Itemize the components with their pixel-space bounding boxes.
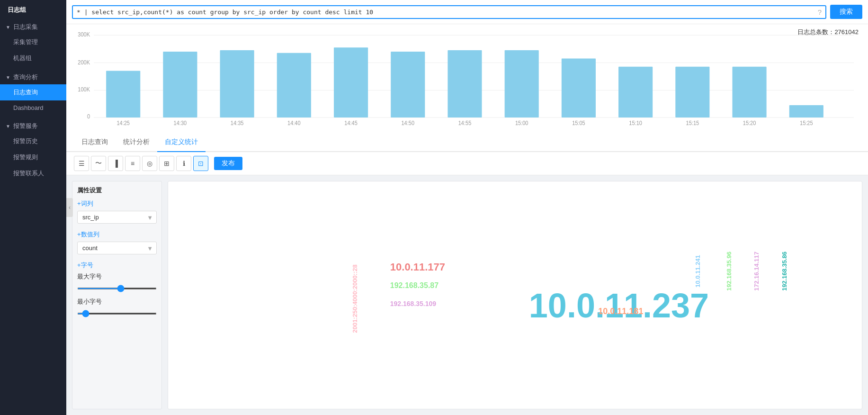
sidebar-item-collection-mgmt[interactable]: 采集管理 [0, 34, 66, 50]
svg-text:14:30: 14:30 [174, 120, 187, 126]
svg-text:100K: 100K [78, 87, 90, 93]
max-font-slider-wrap: 最大字号 [77, 272, 157, 291]
num-section-label[interactable]: +数值列 [77, 230, 157, 239]
wordcloud-word: 192.168.35.96 [725, 252, 733, 291]
sidebar-collapse-btn[interactable]: ‹ [66, 198, 73, 217]
sidebar-group-collection-label[interactable]: ▼ 日志采集 [0, 18, 66, 34]
svg-text:15:20: 15:20 [743, 120, 756, 126]
arrow-icon-alert: ▼ [6, 124, 10, 129]
toolbar: ☰ 〜 ▐ ≡ ◎ ⊞ ℹ ⊡ 发布 [66, 152, 868, 175]
svg-rect-32 [789, 105, 823, 117]
svg-text:15:25: 15:25 [800, 120, 813, 126]
svg-rect-12 [220, 50, 254, 117]
tab-stat-analysis[interactable]: 统计分析 [116, 133, 157, 152]
wordcloud-word: 10.0.11.177 [390, 261, 445, 273]
tool-bar-btn[interactable]: ▐ [108, 156, 123, 171]
search-input[interactable] [77, 9, 816, 16]
svg-text:200K: 200K [78, 59, 90, 65]
col-select[interactable]: src_ip [77, 211, 157, 224]
sidebar-group-query-label[interactable]: ▼ 查询分析 [0, 68, 66, 84]
sidebar-group-alert-label[interactable]: ▼ 报警服务 [0, 117, 66, 133]
collapse-icon: ‹ [69, 204, 71, 211]
tool-info-btn[interactable]: ℹ [176, 156, 191, 171]
sidebar-group-alert-text: 报警服务 [13, 122, 38, 130]
min-font-label: 最小字号 [77, 298, 157, 306]
wordcloud-word: 192.168.35.87 [390, 281, 438, 290]
wordcloud-word: 192.168.35.109 [390, 300, 436, 307]
svg-text:15:10: 15:10 [629, 120, 642, 126]
tool-scatter-btn[interactable]: ⊞ [159, 156, 174, 171]
svg-text:14:25: 14:25 [116, 120, 130, 126]
properties-panel: 属性设置 +词列 src_ip ▼ +数值列 count ▼ +字号 最大字号 [72, 181, 162, 409]
svg-text:14:45: 14:45 [344, 120, 358, 126]
svg-rect-16 [334, 47, 368, 117]
char-section-label[interactable]: +字号 [77, 261, 157, 270]
arrow-icon-query: ▼ [6, 75, 10, 80]
bar-chart: 300K 200K 100K 0 14:2514:3014:3514:4014:… [76, 29, 859, 133]
sidebar-item-log-query[interactable]: 日志查询 [0, 84, 66, 100]
svg-text:14:50: 14:50 [401, 120, 414, 126]
search-button[interactable]: 搜索 [830, 5, 862, 19]
col-select-wrap: src_ip ▼ [77, 211, 157, 224]
svg-text:14:35: 14:35 [231, 120, 244, 126]
tab-custom-stat[interactable]: 自定义统计 [157, 133, 206, 152]
sidebar: 日志组 ▼ 日志采集 采集管理 机器组 ▼ 查询分析 日志查询 Dashboar… [0, 0, 66, 415]
svg-text:15:00: 15:00 [515, 120, 528, 126]
sidebar-group-query-text: 查询分析 [13, 73, 38, 81]
sidebar-group-alert: ▼ 报警服务 报警历史 报警规则 报警联系人 [0, 117, 66, 181]
svg-text:300K: 300K [78, 32, 90, 38]
sidebar-item-alert-history[interactable]: 报警历史 [0, 133, 66, 149]
main-content: ‹ ? 搜索 日志总条数：2761042 300K 200K 100K 0 14… [66, 0, 868, 415]
wordcloud-word: 2001:250:4000:2000::28 [351, 264, 358, 333]
svg-rect-28 [675, 67, 709, 117]
max-font-label: 最大字号 [77, 272, 157, 281]
wordcloud-word: 172.16.14.117 [753, 252, 760, 291]
min-font-slider[interactable] [77, 313, 157, 315]
chart-area: 日志总条数：2761042 300K 200K 100K 0 14:2514:3… [66, 24, 868, 133]
props-title: 属性设置 [77, 186, 157, 195]
svg-text:14:55: 14:55 [458, 120, 472, 126]
search-input-wrap: ? [72, 5, 826, 19]
tabs-row: 日志查询 统计分析 自定义统计 [66, 133, 868, 152]
wordcloud-word: 10.0.11.241 [694, 255, 701, 288]
sidebar-group-collection: ▼ 日志采集 采集管理 机器组 [0, 18, 66, 66]
svg-text:15:05: 15:05 [572, 120, 585, 126]
sidebar-item-dashboard[interactable]: Dashboard [0, 100, 66, 115]
svg-rect-26 [618, 67, 653, 117]
tool-pie-btn[interactable]: ◎ [142, 156, 157, 171]
publish-button[interactable]: 发布 [214, 157, 242, 170]
svg-rect-22 [505, 50, 539, 117]
sidebar-item-alert-rules[interactable]: 报警规则 [0, 149, 66, 165]
wordcloud-word: 192.168.35.86 [781, 252, 788, 291]
help-icon[interactable]: ? [818, 8, 822, 16]
num-select-wrap: count ▼ [77, 242, 157, 254]
sidebar-item-machine-group[interactable]: 机器组 [0, 50, 66, 66]
col-section-label[interactable]: +词列 [77, 199, 157, 208]
sidebar-group-collection-text: 日志采集 [13, 23, 38, 31]
wordcloud-word: 10.0.11.181 [598, 307, 643, 316]
max-font-slider[interactable] [77, 288, 157, 289]
svg-rect-14 [277, 53, 311, 117]
tool-wordcloud-btn[interactable]: ⊡ [193, 156, 208, 171]
svg-rect-10 [163, 52, 197, 117]
svg-rect-24 [562, 58, 596, 117]
sidebar-top-label: 日志组 [0, 0, 66, 18]
min-font-slider-wrap: 最小字号 [77, 298, 157, 316]
svg-rect-18 [391, 52, 425, 117]
svg-text:0: 0 [87, 114, 90, 120]
svg-text:14:40: 14:40 [287, 120, 301, 126]
wordcloud-word: 10.0.11.237 [529, 286, 709, 325]
word-cloud: 10.0.11.23710.0.11.177192.168.35.87192.1… [168, 181, 862, 409]
tool-line-btn[interactable]: 〜 [91, 156, 106, 171]
svg-text:15:15: 15:15 [686, 120, 699, 126]
svg-rect-20 [447, 50, 482, 117]
wordcloud-area: 10.0.11.23710.0.11.177192.168.35.87192.1… [168, 181, 862, 409]
sidebar-item-alert-contacts[interactable]: 报警联系人 [0, 165, 66, 181]
tool-table-btn[interactable]: ☰ [74, 156, 89, 171]
tool-list-btn[interactable]: ≡ [125, 156, 140, 171]
num-select[interactable]: count [77, 242, 157, 254]
svg-rect-30 [733, 67, 767, 117]
svg-rect-8 [106, 71, 140, 117]
tab-log-query[interactable]: 日志查询 [74, 133, 116, 152]
sidebar-group-query: ▼ 查询分析 日志查询 Dashboard [0, 68, 66, 115]
